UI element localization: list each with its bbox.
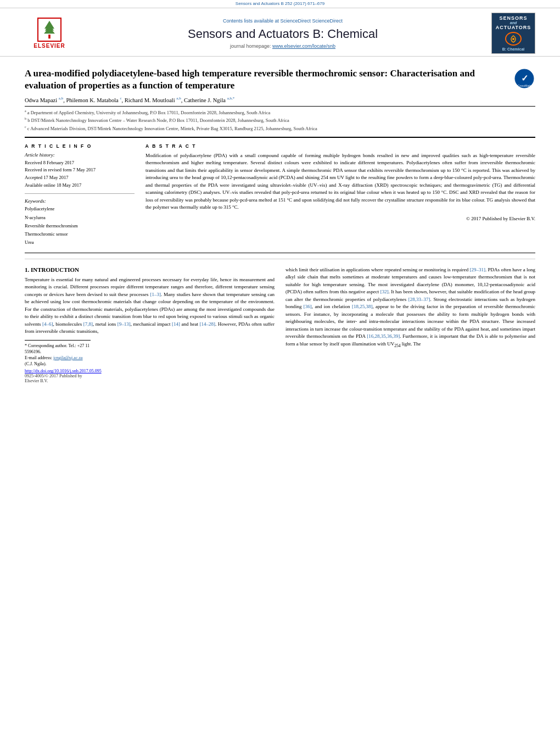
intro-right-text: which limit their utilisation in applica… <box>285 266 535 349</box>
sensors-logo-circle <box>505 32 522 46</box>
footer-doi[interactable]: http://dx.doi.org/10.1016/j.snb.2017.05.… <box>25 369 91 373</box>
section-divider <box>25 259 535 259</box>
journal-header-center: Contents lists available at ScienceDirec… <box>77 18 489 49</box>
journal-homepage: journal homepage: www.elsevier.com/locat… <box>77 43 489 49</box>
affiliations: a a Department of Applied Chemistry, Uni… <box>25 106 535 132</box>
article-info-dates: Received 8 February 2017 Received in rev… <box>25 159 135 189</box>
journal-homepage-link[interactable]: www.elsevier.com/locate/snb <box>272 43 335 49</box>
intro-left-col: 1. INTRODUCTION Temperature is essential… <box>25 266 275 384</box>
sensors-logo-icon <box>508 34 519 44</box>
footnote-email-link[interactable]: jcngila@uj.ac.za <box>53 355 83 360</box>
sensors-logo-box: SENSORS and ACTUATORS B: Chemical <box>489 13 538 54</box>
keywords-list: Polydiacetylene N-acylurea Reversible th… <box>25 205 135 247</box>
sensors-logo-line2: ACTUATORS <box>496 25 531 30</box>
footnote-email: E-mail address: jcngila@uj.ac.za (C.J. N… <box>25 355 91 367</box>
svg-text:✓: ✓ <box>521 74 528 83</box>
affiliation-c: c c Advanced Materials Division, DST/Min… <box>25 125 535 132</box>
keywords-block: Keywords: Polydiacetylene N-acylurea Rev… <box>25 198 135 247</box>
footnote-corresponding-author: * Corresponding author. Tel.: +27 11 559… <box>25 343 91 355</box>
intro-section: 1. INTRODUCTION Temperature is essential… <box>25 264 535 384</box>
elsevier-tree-icon <box>42 20 57 40</box>
svg-text:CrossMark: CrossMark <box>518 84 531 87</box>
footnote-area: * Corresponding author. Tel.: +27 11 559… <box>25 340 91 384</box>
page: Sensors and Actuators B 252 (2017) 671–6… <box>0 0 560 742</box>
sensors-logo-and: and <box>510 21 517 25</box>
article-info-col: A R T I C L E I N F O Article history: R… <box>25 143 135 247</box>
article-history-block: Article history: Received 8 February 201… <box>25 152 135 194</box>
keywords-label: Keywords: <box>25 198 135 204</box>
affiliation-b: b b DST/Mintek Nanotechnology Innovation… <box>25 116 535 124</box>
journal-title: Sensors and Actuators B: Chemical <box>77 27 489 41</box>
intro-right-col: which limit their utilisation in applica… <box>285 266 535 384</box>
intro-heading: 1. INTRODUCTION <box>25 266 275 273</box>
sensors-logo-img: SENSORS and ACTUATORS B: Chemical <box>491 13 535 54</box>
copyright-line: © 2017 Published by Elsevier B.V. <box>145 214 535 221</box>
footer-issn: 0925-4005/© 2017 Published by Elsevier B… <box>25 373 91 383</box>
article-info-abstract-section: A R T I C L E I N F O Article history: R… <box>25 137 535 253</box>
elsevier-text: ELSEVIER <box>33 43 65 49</box>
crossmark-icon: ✓ CrossMark <box>514 68 535 89</box>
sciencedirect-text: Contents lists available at ScienceDirec… <box>77 18 489 24</box>
doi-text: Sensors and Actuators B 252 (2017) 671–6… <box>236 1 324 6</box>
article-title-section: A urea-modified polydiacetylene-based hi… <box>25 68 535 92</box>
authors-line: Odwa Mapazi a,b, Philemon K. Matabola c,… <box>25 96 535 103</box>
abstract-col: A B S T R A C T Modification of polydiac… <box>145 143 535 247</box>
abstract-text: Modification of polydiacetylene (PDA) wi… <box>145 152 535 211</box>
svg-point-4 <box>512 38 514 40</box>
article-info-label: A R T I C L E I N F O <box>25 143 135 149</box>
sensors-logo-line1: SENSORS <box>499 15 527 21</box>
journal-header: ELSEVIER Contents lists available at Sci… <box>0 8 560 57</box>
elsevier-logo-box <box>37 18 61 42</box>
affiliation-a: a a Department of Applied Chemistry, Uni… <box>25 109 535 116</box>
crossmark-badge[interactable]: ✓ CrossMark <box>513 68 535 90</box>
elsevier-logo: ELSEVIER <box>22 18 77 49</box>
article-history-title: Article history: <box>25 152 135 158</box>
abstract-label: A B S T R A C T <box>145 143 535 149</box>
intro-left-text: Temperature is essential for many natura… <box>25 276 275 336</box>
article-title: A urea-modified polydiacetylene-based hi… <box>25 68 513 92</box>
svg-rect-0 <box>48 35 51 38</box>
article-body: A urea-modified polydiacetylene-based hi… <box>0 57 560 389</box>
doi-line: Sensors and Actuators B 252 (2017) 671–6… <box>0 0 560 8</box>
